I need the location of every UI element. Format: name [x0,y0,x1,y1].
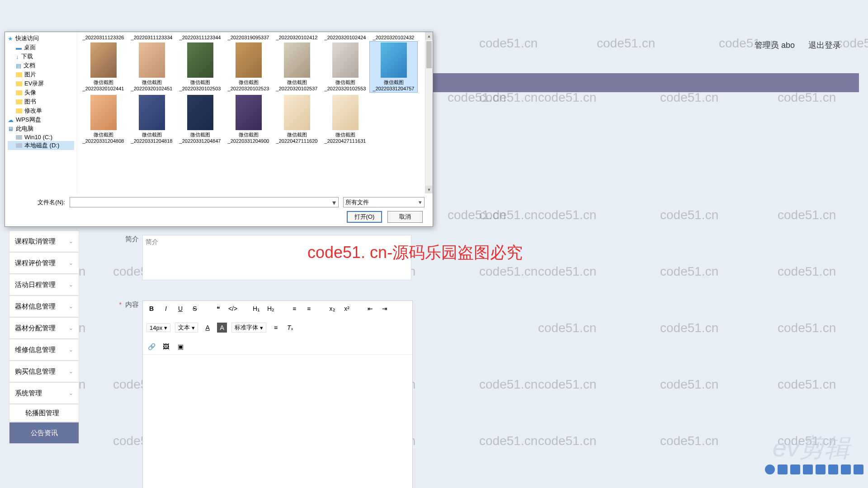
chevron-down-icon: ⌄ [69,303,73,310]
tray-icon[interactable] [828,465,838,474]
tree-books[interactable]: 图书 [8,97,74,106]
sub-button[interactable]: x₂ [327,304,337,314]
scroll-down-icon[interactable]: ▼ [425,186,433,193]
tray-icon[interactable] [790,465,800,474]
tree-wps[interactable]: ☁WPS网盘 [8,115,74,124]
align-button[interactable]: ≡ [271,323,281,333]
file-item[interactable]: 微信截图_20220427111620 [273,94,321,145]
filetype-select[interactable]: 所有文件 [343,197,425,207]
outdent-button[interactable]: ⇥ [380,304,390,314]
scrollbar[interactable]: ▲ ▼ [425,32,433,193]
tray-icon[interactable] [816,465,826,474]
underline-button[interactable]: U [175,304,185,314]
editor-body[interactable] [143,355,412,488]
image-button[interactable]: 🖼 [161,342,171,352]
sidebar-item-course-review[interactable]: 课程评价管理⌄ [9,252,79,274]
file-item[interactable]: _20220311123326 [79,34,127,41]
video-button[interactable]: ▣ [175,342,185,352]
file-item[interactable]: _20220320102432 [369,34,418,41]
sidebar-item-equipment-info[interactable]: 器材信息管理⌄ [9,296,79,317]
bold-button[interactable]: B [146,304,156,314]
file-item[interactable]: 微信截图_20220320102537 [273,41,321,93]
file-item[interactable]: _20220319095337 [224,34,273,41]
tray-icon[interactable] [841,465,851,474]
bgcolor-button[interactable]: A [217,323,227,333]
tree-c-drive[interactable]: Win10 (C:) [8,133,74,141]
thumbnail-icon [139,95,165,130]
logout-link[interactable]: 退出登录 [808,40,841,51]
tree-avatar[interactable]: 头像 [8,88,74,97]
content-row: *内容 [111,300,142,309]
fontsize-select[interactable]: 14px ▾ [146,324,170,332]
folder-tree: ★快速访问 ▬桌面 ↓下载 ▤文档 图片 EV录屏 头像 图书 修改单 ☁WPS… [5,32,77,193]
tree-d-drive[interactable]: 本地磁盘 (D:) [8,141,74,150]
tree-desktop[interactable]: ▬桌面 [8,43,74,52]
scroll-thumb[interactable] [426,41,432,68]
sidebar-item-equipment-assign[interactable]: 器材分配管理⌄ [9,317,79,339]
file-item[interactable]: 微信截图_20220320102441 [79,41,127,93]
file-item[interactable]: 微信截图_20220331204808 [79,94,127,145]
tree-modify[interactable]: 修改单 [8,106,74,115]
thumbnail-icon [90,95,117,130]
sidebar-item-announcement[interactable]: 公告资讯 [9,422,79,444]
file-item[interactable]: 微信截图_20220320102503 [176,41,224,93]
cancel-button[interactable]: 取消 [387,211,423,223]
file-item[interactable]: _20220320102424 [321,34,369,41]
font-select[interactable]: 标准字体 ▾ [231,323,266,333]
tree-ev[interactable]: EV录屏 [8,79,74,88]
chevron-down-icon: ⌄ [69,390,73,396]
file-item[interactable]: 微信截图_20220331204757 [369,41,418,93]
file-open-dialog: ★快速访问 ▬桌面 ↓下载 ▤文档 图片 EV录屏 头像 图书 修改单 ☁WPS… [5,32,433,227]
ul-button[interactable]: ≡ [304,304,314,314]
strike-button[interactable]: S [190,304,200,314]
ol-button[interactable]: ≡ [289,304,299,314]
h2-button[interactable]: H₂ [266,304,276,314]
sidebar-item-repair[interactable]: 维修信息管理⌄ [9,339,79,361]
texttype-select[interactable]: 文本 ▾ [175,323,198,333]
file-item[interactable]: 微信截图_20220331204900 [224,94,273,145]
sidebar-sub-carousel[interactable]: 轮播图管理 [9,404,79,422]
sup-button[interactable]: x² [342,304,352,314]
file-item[interactable]: 微信截图_20220320102553 [321,41,369,93]
file-item[interactable]: _20220311123344 [176,34,224,41]
scroll-up-icon[interactable]: ▲ [425,32,433,40]
color-button[interactable]: A [203,323,212,333]
sidebar-item-purchase[interactable]: 购买信息管理⌄ [9,361,79,382]
italic-button[interactable]: I [161,304,171,314]
file-item[interactable]: 微信截图_20220320102451 [127,41,176,93]
code-button[interactable]: </> [228,304,238,314]
filename-input[interactable]: ▾ [70,197,339,207]
tray-icon[interactable] [778,465,788,474]
tree-documents[interactable]: ▤文档 [8,61,74,70]
file-item[interactable]: _20220311123334 [127,34,176,41]
file-item[interactable]: 微信截图_20220331204847 [176,94,224,145]
filename-label: 文件名(N): [13,198,65,206]
tree-quick-access[interactable]: ★快速访问 [8,34,74,43]
tree-downloads[interactable]: ↓下载 [8,52,74,61]
thumbnail-icon [284,42,310,78]
chevron-down-icon: ⌄ [69,347,73,353]
quote-button[interactable]: ❝ [213,304,223,314]
tray-icon[interactable] [854,465,863,474]
h1-button[interactable]: H₁ [251,304,261,314]
open-button[interactable]: 打开(O) [347,211,382,223]
indent-button[interactable]: ⇤ [365,304,375,314]
tray-icon[interactable] [765,465,775,474]
tree-thispc[interactable]: 🖥此电脑 [8,124,74,133]
file-item[interactable]: _20220320102412 [273,34,321,41]
thumbnail-icon [332,42,359,78]
tree-pictures[interactable]: 图片 [8,70,74,79]
file-item[interactable]: 微信截图_20220427111631 [321,94,369,145]
thumbnail-icon [187,42,213,78]
file-list[interactable]: _20220311123326_20220311123334_202203111… [77,32,425,193]
tray-icon[interactable] [803,465,813,474]
admin-label[interactable]: 管理员 abo [755,40,795,51]
sidebar-item-schedule[interactable]: 活动日程管理⌄ [9,274,79,296]
clear-button[interactable]: Tₓ [285,323,295,333]
file-item[interactable]: 微信截图_20220320102523 [224,41,273,93]
desktop-icon: ▬ [16,44,22,51]
link-button[interactable]: 🔗 [146,342,156,352]
sidebar-item-course-cancel[interactable]: 课程取消管理⌄ [9,230,79,252]
file-item[interactable]: 微信截图_20220331204818 [127,94,176,145]
sidebar-item-system[interactable]: 系统管理⌄ [9,382,79,404]
